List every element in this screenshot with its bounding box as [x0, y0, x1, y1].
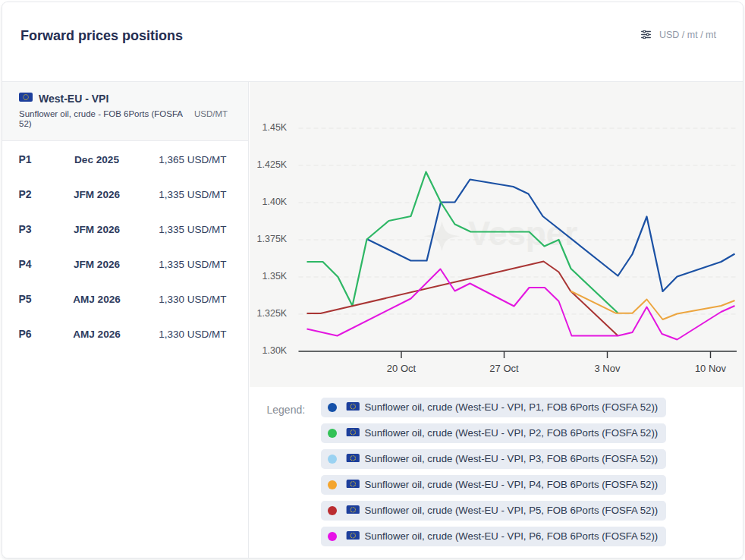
- svg-text:1.40K: 1.40K: [262, 197, 287, 207]
- svg-text:1.30K: 1.30K: [262, 345, 287, 356]
- svg-text:1.425K: 1.425K: [256, 159, 287, 170]
- svg-text:27 Oct: 27 Oct: [489, 363, 519, 374]
- svg-text:1.45K: 1.45K: [262, 122, 287, 133]
- svg-text:10 Nov: 10 Nov: [694, 363, 726, 374]
- svg-text:1.35K: 1.35K: [262, 271, 287, 282]
- svg-text:1.325K: 1.325K: [256, 308, 287, 319]
- svg-text:20 Oct: 20 Oct: [386, 363, 416, 374]
- svg-text:3 Nov: 3 Nov: [594, 363, 620, 374]
- svg-text:1.375K: 1.375K: [256, 234, 287, 244]
